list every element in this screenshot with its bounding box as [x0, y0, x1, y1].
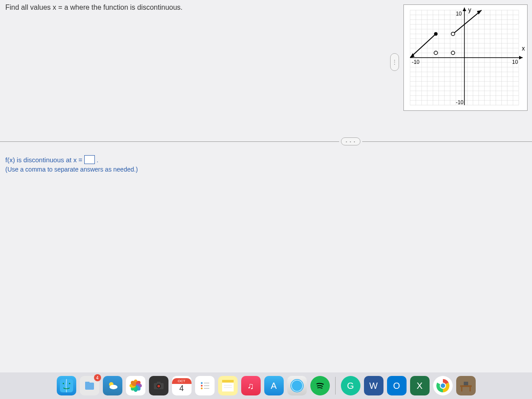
photobooth-icon[interactable]	[149, 376, 168, 395]
svg-rect-69	[204, 388, 209, 389]
svg-point-47	[434, 32, 438, 35]
svg-rect-57	[85, 382, 90, 384]
answer-section: f(x) is discontinuous at x = . (Use a co…	[5, 155, 138, 173]
y-pos-tick: 10	[456, 11, 462, 17]
svg-marker-43	[519, 56, 523, 59]
svg-point-52	[434, 51, 438, 55]
svg-rect-53	[60, 379, 73, 392]
notes-icon[interactable]	[218, 376, 238, 395]
outlook-icon[interactable]: O	[387, 376, 407, 395]
svg-rect-71	[222, 383, 234, 391]
svg-rect-85	[469, 387, 471, 391]
svg-point-66	[201, 385, 203, 387]
grammarly-icon[interactable]: G	[341, 376, 360, 395]
svg-point-54	[63, 383, 64, 384]
reminders-icon[interactable]	[195, 376, 215, 395]
svg-point-64	[201, 382, 203, 384]
x-neg-tick: -10	[412, 59, 420, 65]
svg-point-68	[201, 387, 203, 389]
svg-rect-65	[204, 383, 209, 383]
weather-icon[interactable]	[103, 376, 122, 395]
calendar-month: OCT	[172, 378, 192, 384]
question-panel: Find all values x = a where the function…	[0, 0, 532, 372]
svg-rect-67	[204, 385, 209, 386]
photos-icon[interactable]	[126, 376, 145, 395]
svg-rect-84	[461, 387, 462, 391]
svg-point-82	[441, 383, 445, 388]
answer-prompt-prefix: f(x) is discontinuous at x =	[5, 156, 82, 164]
svg-point-62	[157, 385, 160, 387]
spotify-icon[interactable]	[310, 376, 330, 395]
y-axis-label: y	[468, 6, 471, 13]
svg-point-55	[69, 383, 70, 384]
files-icon[interactable]: 4	[80, 376, 99, 395]
svg-rect-70	[222, 380, 234, 383]
answer-input[interactable]	[84, 155, 95, 164]
dock-separator	[335, 377, 336, 395]
excel-icon[interactable]: X	[410, 376, 430, 395]
appstore-icon[interactable]: A	[264, 376, 284, 395]
music-icon[interactable]: ♫	[241, 376, 261, 395]
svg-rect-83	[460, 385, 472, 387]
safari-icon[interactable]	[287, 376, 307, 395]
x-axis-label: x	[522, 45, 525, 52]
answer-prompt-suffix: .	[97, 156, 98, 164]
finder-icon[interactable]	[57, 376, 76, 395]
graph-expand-handle[interactable]	[390, 53, 399, 71]
svg-point-51	[451, 51, 455, 55]
function-graph: x y 10 -10 -10 10	[404, 5, 527, 110]
word-icon[interactable]: W	[364, 376, 383, 395]
svg-point-59	[110, 385, 117, 389]
calendar-day: 4	[179, 384, 184, 393]
macos-dock: 4 OCT 4 ♫ A G W O X	[0, 372, 532, 399]
files-badge: 4	[94, 374, 101, 381]
svg-rect-63	[157, 382, 160, 383]
chrome-icon[interactable]	[433, 376, 453, 395]
svg-marker-44	[463, 8, 466, 11]
x-pos-tick: 10	[512, 59, 518, 65]
divider-expand-pill[interactable]	[341, 137, 360, 145]
section-divider	[0, 137, 532, 145]
svg-point-49	[451, 32, 455, 35]
graph-container: x y 10 -10 -10 10	[403, 4, 528, 111]
svg-line-45	[410, 34, 436, 58]
svg-rect-86	[464, 382, 468, 385]
answer-hint: (Use a comma to separate answers as need…	[5, 166, 138, 173]
calendar-icon[interactable]: OCT 4	[172, 376, 192, 395]
y-neg-tick: -10	[456, 99, 464, 106]
desk-icon[interactable]	[456, 376, 476, 395]
